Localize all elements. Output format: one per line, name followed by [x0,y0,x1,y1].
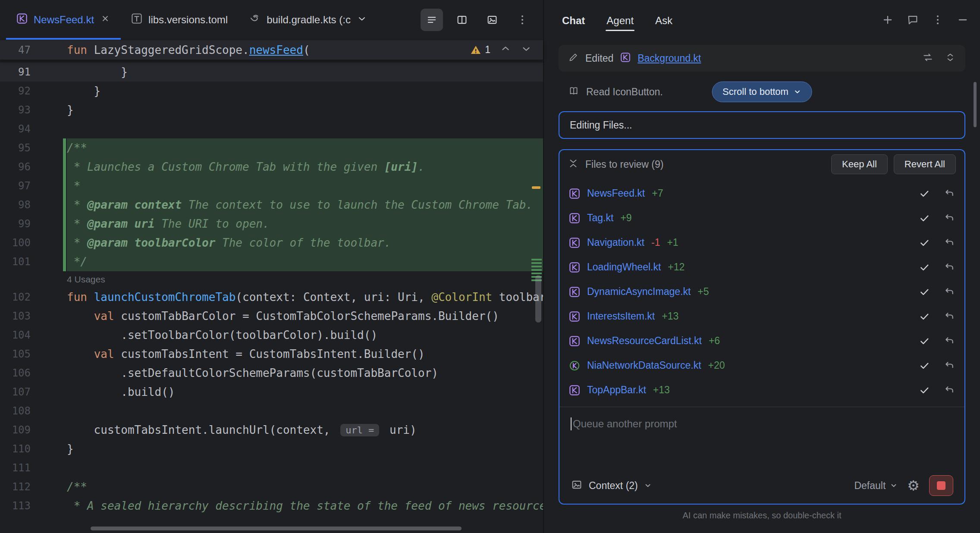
keep-file-check-icon[interactable] [919,360,930,371]
revert-file-undo-icon[interactable] [944,335,955,347]
keep-file-check-icon[interactable] [919,262,930,273]
chevron-down-icon[interactable] [357,13,367,26]
keep-file-check-icon[interactable] [919,385,930,396]
stop-generation-button[interactable] [929,475,953,496]
code-text[interactable]: } [67,100,543,119]
code-text[interactable]: } [67,82,543,100]
chat-vertical-scrollbar[interactable] [974,82,977,127]
edited-file-link[interactable]: Background.kt [638,53,701,64]
revert-file-undo-icon[interactable] [944,213,955,224]
scroll-to-bottom-button[interactable]: Scroll to bottom [712,82,812,102]
tab-agent[interactable]: Agent [606,10,634,31]
close-tab-icon[interactable] [100,13,110,26]
code-editor[interactable]: 91 }92 }93}9495/**96 * Launches a Custom… [0,60,543,533]
code-text[interactable]: val customTabBarColor = CustomTabColorSc… [67,307,543,326]
editor-vertical-scrollbar[interactable] [535,275,541,323]
revert-file-undo-icon[interactable] [944,360,955,371]
code-text[interactable]: fun launchCustomChromeTab(context: Conte… [67,288,543,307]
file-name-link[interactable]: NiaNetworkDataSource.kt [587,360,701,371]
previous-problem-chevron-up-icon[interactable] [500,43,511,57]
sticky-function-header[interactable]: 47 fun LazyStaggeredGridScope.newsFeed( … [0,40,543,60]
code-text[interactable]: val customTabsIntent = CustomTabsIntent.… [67,345,543,364]
tab-build-gradle-kts[interactable]: build.gradle.kts (:c [238,0,377,40]
next-problem-chevron-down-icon[interactable] [521,43,532,57]
review-file-row[interactable]: LoadingWheel.kt+12 [559,255,964,279]
code-text[interactable]: /** [67,477,543,496]
edited-file-row[interactable]: Edited Background.kt [559,45,965,72]
code-text[interactable]: .setToolbarColor(toolbarColor).build() [67,326,543,345]
editor-more-options-kebab-icon[interactable] [511,9,534,31]
usages-hint[interactable]: 4 Usages [67,274,105,285]
review-file-row[interactable]: TopAppBar.kt+13 [559,378,964,402]
code-text[interactable]: /** [67,138,543,157]
code-text[interactable]: .setDefaultColorSchemeParams(customTabBa… [67,364,543,383]
revert-file-undo-icon[interactable] [944,262,955,273]
review-file-row[interactable]: NewsResourceCardList.kt+6 [559,329,964,353]
warning-badge[interactable]: 1 [470,44,490,56]
attach-image-icon[interactable] [571,479,583,492]
code-text[interactable]: * [67,176,543,195]
context-selector[interactable]: Context (2) [589,480,652,492]
code-text[interactable]: .build() [67,383,543,401]
code-text[interactable] [67,401,543,420]
review-file-row[interactable]: Tag.kt+9 [559,206,964,230]
file-name-link[interactable]: Tag.kt [587,212,613,224]
keep-file-check-icon[interactable] [919,213,930,224]
review-file-row[interactable]: InterestsItem.kt+13 [559,304,964,329]
settings-gear-icon[interactable]: ⚙ [907,479,920,492]
model-selector[interactable]: Default [854,480,898,492]
code-text[interactable]: */ [67,252,543,271]
new-chat-plus-icon[interactable] [882,14,894,28]
tab-ask[interactable]: Ask [654,10,673,31]
editor-horizontal-scrollbar[interactable] [91,527,462,530]
tab-chat[interactable]: Chat [561,10,586,31]
code-text[interactable]: customTabsIntent.launchUrl(context, url … [67,420,543,439]
prompt-input-area[interactable]: Queue another prompt Context (2) Defau [559,407,964,504]
chat-history-icon[interactable] [907,14,919,28]
file-name-link[interactable]: NewsFeed.kt [587,188,645,199]
collapse-all-icon[interactable] [568,158,578,170]
revert-all-button[interactable]: Revert All [894,154,956,174]
editor-list-view-button[interactable] [421,9,443,31]
code-text[interactable]: } [67,439,543,458]
code-text[interactable]: * Launches a Custom Chrome Tab with the … [67,157,543,176]
file-name-link[interactable]: InterestsItem.kt [587,310,655,322]
code-text[interactable] [67,119,543,138]
scrollbar-warning-mark[interactable] [532,186,540,189]
revert-file-undo-icon[interactable] [944,237,955,248]
tab-newsfeed-kt[interactable]: NewsFeed.kt [6,0,121,40]
keep-file-check-icon[interactable] [919,335,930,347]
code-text[interactable] [67,458,543,477]
review-file-row[interactable]: NewsFeed.kt+7 [559,181,964,206]
file-name-link[interactable]: NewsResourceCardList.kt [587,335,702,347]
expand-collapse-icon[interactable] [945,52,956,65]
keep-file-check-icon[interactable] [919,188,930,199]
keep-file-check-icon[interactable] [919,237,930,248]
revert-file-undo-icon[interactable] [944,286,955,298]
tab-libs-versions-toml[interactable]: libs.versions.toml [121,0,238,40]
file-name-link[interactable]: Navigation.kt [587,237,644,248]
keep-file-check-icon[interactable] [919,311,930,322]
file-name-link[interactable]: DynamicAsyncImage.kt [587,286,691,298]
file-name-link[interactable]: TopAppBar.kt [587,384,646,396]
review-file-row[interactable]: Navigation.kt-1+1 [559,230,964,255]
revert-file-undo-icon[interactable] [944,311,955,322]
revert-file-undo-icon[interactable] [944,188,955,199]
chat-more-options-kebab-icon[interactable] [932,14,944,28]
code-text[interactable]: * @param toolbarColor The color of the t… [67,233,543,252]
keep-all-button[interactable]: Keep All [831,154,888,174]
preview-image-button[interactable] [481,9,503,31]
code-text[interactable]: * A sealed hierarchy describing the stat… [67,496,543,515]
review-file-row[interactable]: DynamicAsyncImage.kt+5 [559,279,964,304]
minimize-panel-icon[interactable] [957,14,969,28]
review-file-row[interactable]: NiaNetworkDataSource.kt+20 [559,353,964,378]
code-text[interactable]: 4 Usages [67,271,543,288]
code-text[interactable]: * @param context The context to use to l… [67,195,543,214]
split-editor-button[interactable] [451,9,473,31]
open-diff-icon[interactable] [922,52,933,65]
code-text[interactable]: } [67,63,543,82]
revert-file-undo-icon[interactable] [944,385,955,396]
code-text[interactable]: * @param uri The URI to open. [67,214,543,233]
keep-file-check-icon[interactable] [919,286,930,298]
file-name-link[interactable]: LoadingWheel.kt [587,261,661,273]
